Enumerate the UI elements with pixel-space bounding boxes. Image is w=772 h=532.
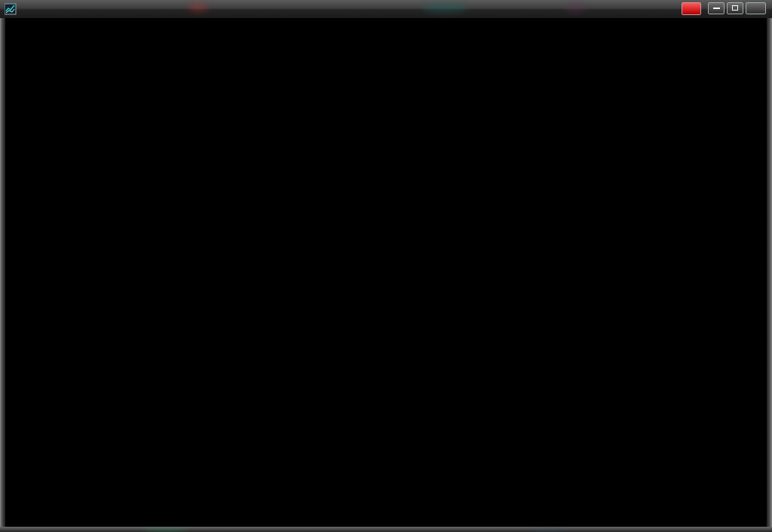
ninjatrader-chart-window xyxy=(0,0,772,532)
chart-canvas[interactable] xyxy=(0,0,772,532)
